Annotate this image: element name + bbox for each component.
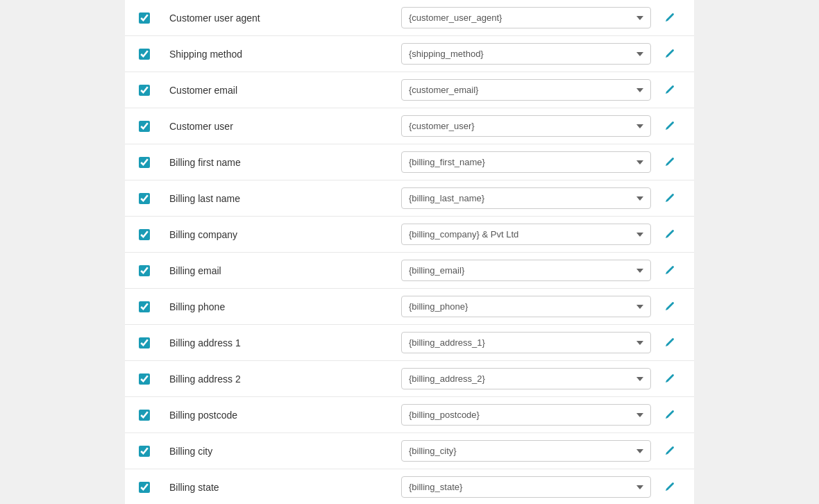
row-checkbox[interactable] xyxy=(139,121,150,132)
edit-col xyxy=(659,157,680,168)
dropdown-col: {billing_state} xyxy=(401,476,651,498)
row-dropdown[interactable]: {billing_last_name} xyxy=(401,187,651,209)
row-dropdown[interactable]: {billing_state} xyxy=(401,476,651,498)
row-checkbox[interactable] xyxy=(139,49,150,60)
checkbox-col xyxy=(139,265,167,276)
row-dropdown[interactable]: {billing_email} xyxy=(401,260,651,281)
row-checkbox[interactable] xyxy=(139,85,150,96)
row-dropdown[interactable]: {billing_city} xyxy=(401,440,651,462)
checkbox-col xyxy=(139,49,167,60)
edit-col xyxy=(659,229,680,240)
edit-col xyxy=(659,85,680,96)
row-dropdown[interactable]: {customer_user_agent} xyxy=(401,7,651,28)
edit-icon[interactable] xyxy=(664,193,675,204)
edit-col xyxy=(659,446,680,457)
checkbox-col xyxy=(139,446,167,457)
dropdown-col: {billing_company} & Pvt Ltd xyxy=(401,224,651,245)
main-container: Customer user agent{customer_user_agent}… xyxy=(125,0,694,504)
edit-col xyxy=(659,301,680,312)
edit-icon[interactable] xyxy=(664,12,675,24)
row-checkbox[interactable] xyxy=(139,482,150,493)
checkbox-col xyxy=(139,337,167,348)
table-row: Billing address 2{billing_address_2} xyxy=(125,361,694,397)
checkbox-col xyxy=(139,121,167,132)
checkbox-col xyxy=(139,193,167,204)
row-checkbox[interactable] xyxy=(139,229,150,240)
row-label: Customer user xyxy=(167,121,401,132)
edit-icon[interactable] xyxy=(664,446,675,457)
edit-icon[interactable] xyxy=(664,301,675,312)
edit-col xyxy=(659,373,680,385)
checkbox-col xyxy=(139,229,167,240)
edit-col xyxy=(659,337,680,348)
edit-icon[interactable] xyxy=(664,157,675,168)
edit-icon[interactable] xyxy=(664,410,675,421)
table-row: Customer email{customer_email} xyxy=(125,72,694,108)
dropdown-col: {billing_postcode} xyxy=(401,404,651,426)
dropdown-col: {billing_first_name} xyxy=(401,151,651,173)
edit-icon[interactable] xyxy=(664,229,675,240)
row-checkbox[interactable] xyxy=(139,157,150,168)
row-dropdown[interactable]: {billing_phone} xyxy=(401,296,651,317)
edit-icon[interactable] xyxy=(664,337,675,348)
dropdown-col: {billing_email} xyxy=(401,260,651,281)
edit-icon[interactable] xyxy=(664,85,675,96)
table-row: Billing state{billing_state} xyxy=(125,469,694,504)
dropdown-col: {customer_user} xyxy=(401,115,651,137)
row-label: Billing phone xyxy=(167,301,401,312)
checkbox-col xyxy=(139,12,167,24)
edit-icon[interactable] xyxy=(664,265,675,276)
table-row: Shipping method{shipping_method} xyxy=(125,36,694,72)
checkbox-col xyxy=(139,373,167,385)
table-row: Billing city{billing_city} xyxy=(125,433,694,469)
table-row: Billing company{billing_company} & Pvt L… xyxy=(125,217,694,253)
checkbox-col xyxy=(139,301,167,312)
table-row: Billing postcode{billing_postcode} xyxy=(125,397,694,433)
row-dropdown[interactable]: {billing_company} & Pvt Ltd xyxy=(401,224,651,245)
edit-icon[interactable] xyxy=(664,373,675,385)
row-checkbox[interactable] xyxy=(139,12,150,24)
row-label: Billing address 1 xyxy=(167,337,401,348)
table-row: Billing email{billing_email} xyxy=(125,253,694,289)
row-label: Billing postcode xyxy=(167,410,401,421)
checkbox-col xyxy=(139,85,167,96)
row-label: Billing last name xyxy=(167,193,401,204)
row-label: Shipping method xyxy=(167,49,401,60)
checkbox-col xyxy=(139,410,167,421)
row-checkbox[interactable] xyxy=(139,410,150,421)
row-checkbox[interactable] xyxy=(139,337,150,348)
dropdown-col: {billing_city} xyxy=(401,440,651,462)
edit-icon[interactable] xyxy=(664,121,675,132)
edit-col xyxy=(659,12,680,24)
table-row: Billing first name{billing_first_name} xyxy=(125,144,694,180)
row-label: Billing email xyxy=(167,265,401,276)
row-label: Billing company xyxy=(167,229,401,240)
row-checkbox[interactable] xyxy=(139,193,150,204)
row-label: Customer email xyxy=(167,85,401,96)
row-checkbox[interactable] xyxy=(139,373,150,385)
row-checkbox[interactable] xyxy=(139,265,150,276)
row-label: Customer user agent xyxy=(167,12,401,24)
row-dropdown[interactable]: {customer_user} xyxy=(401,115,651,137)
edit-icon[interactable] xyxy=(664,482,675,493)
row-dropdown[interactable]: {billing_first_name} xyxy=(401,151,651,173)
dropdown-col: {billing_phone} xyxy=(401,296,651,317)
row-label: Billing city xyxy=(167,446,401,457)
row-dropdown[interactable]: {billing_address_1} xyxy=(401,332,651,353)
edit-col xyxy=(659,49,680,60)
row-dropdown[interactable]: {billing_address_2} xyxy=(401,368,651,389)
row-label: Billing address 2 xyxy=(167,373,401,385)
row-dropdown[interactable]: {billing_postcode} xyxy=(401,404,651,426)
edit-col xyxy=(659,410,680,421)
row-checkbox[interactable] xyxy=(139,301,150,312)
row-checkbox[interactable] xyxy=(139,446,150,457)
table-row: Billing last name{billing_last_name} xyxy=(125,180,694,217)
edit-icon[interactable] xyxy=(664,49,675,60)
row-dropdown[interactable]: {shipping_method} xyxy=(401,43,651,65)
row-dropdown[interactable]: {customer_email} xyxy=(401,79,651,101)
edit-col xyxy=(659,265,680,276)
dropdown-col: {customer_email} xyxy=(401,79,651,101)
dropdown-col: {billing_address_1} xyxy=(401,332,651,353)
dropdown-col: {customer_user_agent} xyxy=(401,7,651,28)
table-row: Billing address 1{billing_address_1} xyxy=(125,325,694,361)
